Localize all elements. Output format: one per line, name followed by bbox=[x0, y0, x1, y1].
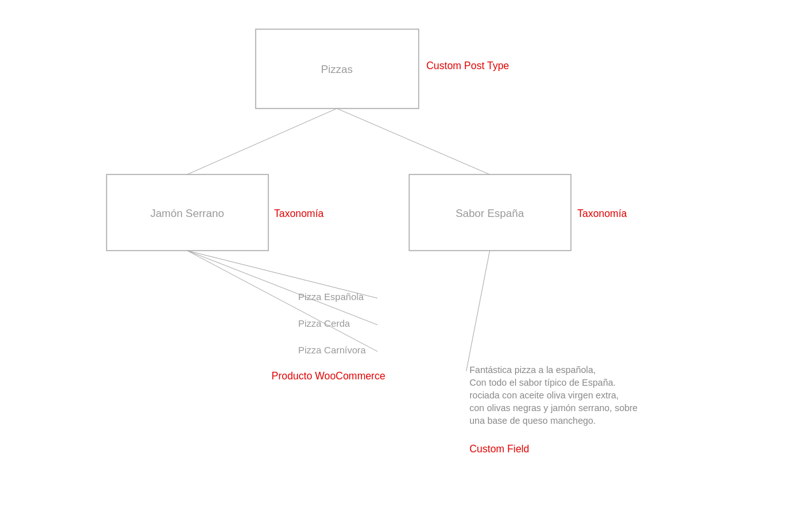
custom-field-label: Custom Field bbox=[469, 443, 529, 454]
sabor-espana-label: Sabor España bbox=[455, 207, 524, 220]
pizza-cerda-label: Pizza Cerda bbox=[298, 318, 350, 329]
producto-woocommerce-label: Producto WooCommerce bbox=[272, 371, 385, 381]
svg-line-3 bbox=[187, 251, 377, 325]
taxonomia-2-label: Taxonomía bbox=[577, 208, 627, 219]
svg-line-1 bbox=[337, 108, 490, 174]
description-line-3: rociada con aceite oliva virgen extra, bbox=[469, 390, 619, 400]
description-line-2: Con todo el sabor típico de España. bbox=[469, 377, 616, 388]
pizza-carnivora-label: Pizza Carnívora bbox=[298, 344, 366, 355]
custom-post-type-label: Custom Post Type bbox=[426, 60, 509, 71]
svg-line-0 bbox=[187, 108, 337, 174]
svg-line-5 bbox=[466, 251, 490, 371]
description-line-1: Fantástica pizza a la española, bbox=[469, 365, 596, 375]
pizzas-label: Pizzas bbox=[321, 63, 353, 75]
description-line-5: una base de queso manchego. bbox=[469, 416, 596, 426]
jamon-serrano-label: Jamón Serrano bbox=[150, 207, 224, 220]
taxonomia-1-label: Taxonomía bbox=[274, 208, 324, 219]
pizza-espanola-label: Pizza Española bbox=[298, 291, 364, 302]
description-line-4: con olivas negras y jamón serrano, sobre bbox=[469, 403, 638, 413]
